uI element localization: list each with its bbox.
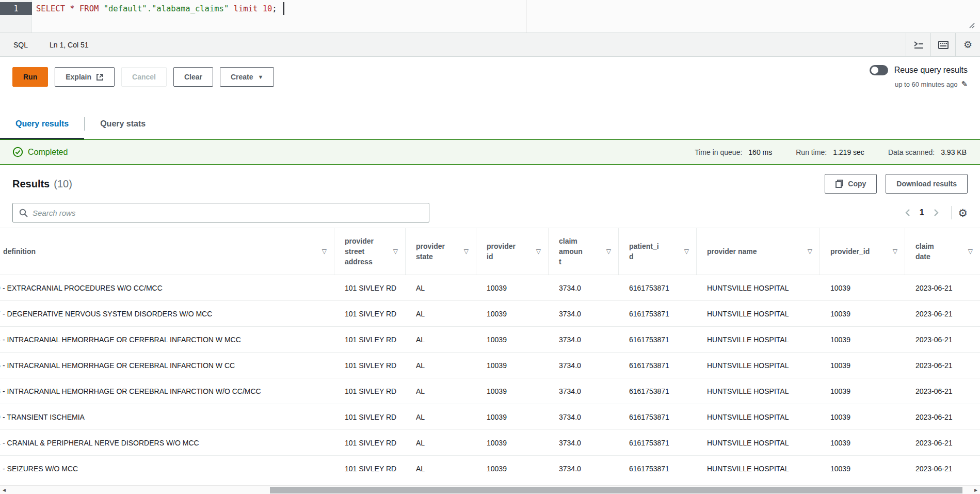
reuse-query-results-toggle[interactable] xyxy=(870,65,888,75)
column-header-claim_date[interactable]: claim date▽ xyxy=(905,228,980,275)
cell-street: 101 SIVLEY RD xyxy=(334,353,406,378)
cell-claim_date: 2023-06-21 xyxy=(905,353,980,378)
current-page-number[interactable]: 1 xyxy=(915,208,928,217)
scrollbar-thumb[interactable] xyxy=(270,487,962,493)
cell-text: - EXTRACRANIAL PROCEDURES W/O CC/MCC xyxy=(3,284,163,292)
column-header-patient_id[interactable]: patient_i d▽ xyxy=(619,228,697,275)
column-filter-icon[interactable]: ▽ xyxy=(808,248,812,255)
cell-state: AL xyxy=(406,404,476,429)
reuse-query-results-block: Reuse query results up to 60 minutes ago… xyxy=(870,65,968,89)
format-query-button[interactable] xyxy=(906,33,930,56)
column-header-provider_name[interactable]: provider name▽ xyxy=(697,228,820,275)
scroll-right-arrow[interactable]: ▸ xyxy=(972,486,980,494)
column-header-street[interactable]: provider street address▽ xyxy=(334,228,406,275)
horizontal-scrollbar[interactable]: ◂ ▸ xyxy=(0,485,980,494)
copy-button[interactable]: Copy xyxy=(825,174,877,194)
column-filter-icon[interactable]: ▽ xyxy=(606,248,611,255)
sql-number-token: 10 xyxy=(263,4,272,13)
sql-editor[interactable]: 1 SELECT * FROM "default"."alabama_claim… xyxy=(0,0,980,33)
editor-resize-handle[interactable] xyxy=(968,22,975,28)
cell-text: HUNTSVILLE HOSPITAL xyxy=(707,361,789,370)
cell-text: 10039 xyxy=(487,465,507,473)
column-filter-icon[interactable]: ▽ xyxy=(322,248,327,255)
search-input[interactable] xyxy=(33,209,423,217)
cell-definition: 9- EXTRACRANIAL PROCEDURES W/O CC/MCC xyxy=(0,275,334,300)
column-filter-icon[interactable]: ▽ xyxy=(393,248,398,255)
create-dropdown-button[interactable]: Create ▼ xyxy=(220,67,274,87)
search-box[interactable] xyxy=(12,203,429,222)
gear-icon: ⚙ xyxy=(963,40,972,50)
keyboard-icon xyxy=(938,41,949,49)
cell-text: 10039 xyxy=(487,413,507,421)
pagination: 1 ⚙ xyxy=(899,203,968,222)
cell-text: 3734.0 xyxy=(559,310,581,318)
tab-query-stats[interactable]: Query stats xyxy=(85,108,161,139)
previous-page-button[interactable] xyxy=(899,205,915,220)
cancel-button[interactable]: Cancel xyxy=(121,67,167,87)
clear-button[interactable]: Clear xyxy=(173,67,213,87)
cell-provider_id_space: 10039 xyxy=(476,404,549,429)
cell-claim_date: 2023-06-21 xyxy=(905,275,980,300)
column-filter-icon[interactable]: ▽ xyxy=(536,248,541,255)
tab-query-results[interactable]: Query results xyxy=(0,108,84,139)
cell-state: AL xyxy=(406,327,476,352)
cell-claim_amount: 3734.0 xyxy=(549,353,619,378)
table-preferences-gear-icon[interactable]: ⚙ xyxy=(958,208,968,218)
column-header-definition[interactable]: definition▽ xyxy=(0,228,334,275)
sql-punct-token: ; xyxy=(272,4,277,13)
column-filter-icon[interactable]: ▽ xyxy=(968,248,973,255)
keyboard-shortcuts-button[interactable] xyxy=(930,33,955,56)
cell-provider_name: HUNTSVILLE HOSPITAL xyxy=(697,301,820,326)
cell-claim_amount: 3734.0 xyxy=(549,301,619,326)
cell-text: 3734.0 xyxy=(559,284,581,292)
cell-text: 2023-06-21 xyxy=(915,336,953,344)
success-check-icon xyxy=(12,147,23,157)
tab-label: Query results xyxy=(15,119,69,129)
pagination-divider xyxy=(951,206,952,219)
cell-text: 10039 xyxy=(830,361,850,370)
cell-text: 10039 xyxy=(487,336,507,344)
column-header-label: claim amoun t xyxy=(559,236,583,267)
cell-patient_id: 6161753871 xyxy=(619,456,697,476)
run-button[interactable]: Run xyxy=(12,67,48,87)
cell-text: 2023-06-21 xyxy=(915,465,953,473)
cell-definition: 7- DEGENERATIVE NERVOUS SYSTEM DISORDERS… xyxy=(0,301,334,326)
download-results-button[interactable]: Download results xyxy=(886,174,968,194)
cell-text: HUNTSVILLE HOSPITAL xyxy=(707,439,789,447)
column-header-provider_id_space[interactable]: provider id▽ xyxy=(476,228,549,275)
cell-claim_date: 2023-06-21 xyxy=(905,327,980,352)
column-header-state[interactable]: provider state▽ xyxy=(406,228,476,275)
cell-text: 101 SIVLEY RD xyxy=(345,361,396,370)
cell-provider_id: 10039 xyxy=(820,301,905,326)
stat-label: Data scanned: xyxy=(888,148,935,156)
stat-label: Run time: xyxy=(796,148,827,156)
edit-pencil-icon[interactable]: ✎ xyxy=(961,79,968,89)
download-button-label: Download results xyxy=(896,180,957,188)
cell-text: HUNTSVILLE HOSPITAL xyxy=(707,336,789,344)
sql-code-line[interactable]: SELECT * FROM "default"."alabama_claims"… xyxy=(36,3,277,15)
column-filter-icon[interactable]: ▽ xyxy=(893,248,897,255)
next-page-button[interactable] xyxy=(928,205,944,220)
cell-text: AL xyxy=(416,413,425,421)
cell-text: 2023-06-21 xyxy=(915,413,953,421)
cell-patient_id: 6161753871 xyxy=(619,430,697,455)
cell-text: AL xyxy=(416,387,425,395)
column-filter-icon[interactable]: ▽ xyxy=(464,248,469,255)
query-stats-summary: Time in queue: 160 ms Run time: 1.219 se… xyxy=(695,148,967,156)
editor-settings-button[interactable]: ⚙ xyxy=(955,33,980,56)
table-header-row: definition▽provider street address▽provi… xyxy=(0,228,980,275)
explain-button[interactable]: Explain xyxy=(55,67,115,87)
column-header-provider_id[interactable]: provider_id▽ xyxy=(820,228,905,275)
cell-claim_date: 2023-06-21 xyxy=(905,378,980,404)
chevron-down-icon: ▼ xyxy=(258,74,264,80)
cell-text: 10039 xyxy=(830,310,850,318)
cell-text: 6161753871 xyxy=(629,361,669,370)
cell-text: 10039 xyxy=(830,439,850,447)
column-header-label: provider state xyxy=(416,241,445,262)
table-body: 9- EXTRACRANIAL PROCEDURES W/O CC/MCC101… xyxy=(0,275,980,476)
column-filter-icon[interactable]: ▽ xyxy=(684,248,689,255)
cell-text: 6161753871 xyxy=(629,387,669,395)
column-header-claim_amount[interactable]: claim amoun t▽ xyxy=(549,228,619,275)
cell-text: 6161753871 xyxy=(629,284,669,292)
scroll-left-arrow[interactable]: ◂ xyxy=(0,486,8,494)
